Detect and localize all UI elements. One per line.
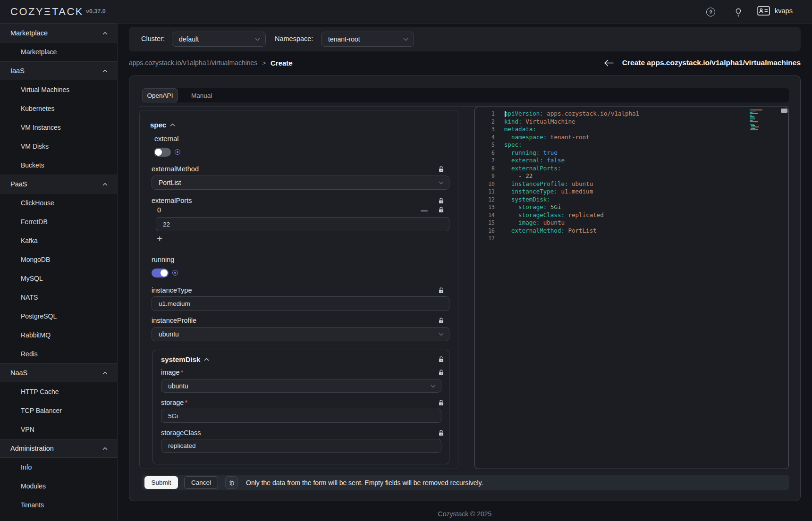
sidebar-item-redis[interactable]: Redis <box>0 345 117 363</box>
sidebar-item-tcp-balancer[interactable]: TCP Balancer <box>0 401 117 420</box>
unlock-icon[interactable] <box>438 198 444 204</box>
sidebar-section-naas[interactable]: NaaS <box>0 363 117 382</box>
sidebar-item-clickhouse[interactable]: ClickHouse <box>0 193 117 212</box>
sidebar-item-postgresql[interactable]: PostgreSQL <box>0 307 117 326</box>
required-asterisk: * <box>185 399 187 406</box>
sidebar-item-mongodb[interactable]: MongoDB <box>0 250 117 269</box>
code-line[interactable]: 17 <box>475 235 788 243</box>
instanceType-label: instanceType <box>152 286 438 294</box>
code-line[interactable]: 14 storageClass: replicated <box>475 211 788 219</box>
line-number: 11 <box>475 188 495 196</box>
externalMethod-select[interactable]: PortList <box>152 176 449 190</box>
sidebar-item-vpn[interactable]: VPN <box>0 420 117 439</box>
storage-input[interactable] <box>161 409 441 423</box>
line-number: 14 <box>475 211 495 219</box>
external-toggle[interactable] <box>154 148 171 157</box>
unlock-icon[interactable] <box>438 370 444 376</box>
unlock-icon[interactable] <box>438 166 444 172</box>
sidebar-item-modules[interactable]: Modules <box>0 477 117 496</box>
tab-manual[interactable]: Manual <box>186 88 218 102</box>
code-line[interactable]: 6 running: true <box>475 149 788 157</box>
unlock-icon[interactable] <box>438 318 444 324</box>
code-line[interactable]: 8 externalPorts: <box>475 165 788 173</box>
sidebar-item-kubernetes[interactable]: Kubernetes <box>0 99 117 118</box>
cluster-label: Cluster: <box>141 35 165 42</box>
id-card-icon <box>757 6 770 16</box>
code-line[interactable]: 7 external: false <box>475 157 788 165</box>
sidebar-item-rabbitmq[interactable]: RabbitMQ <box>0 326 117 345</box>
unlock-icon[interactable] <box>438 400 444 406</box>
minimap[interactable] <box>750 109 774 132</box>
sidebar-section-label: NaaS <box>10 369 102 377</box>
yaml-editor[interactable]: 1apiVersion: apps.cozystack.io/v1alpha12… <box>474 107 789 469</box>
user-menu[interactable]: kvaps <box>757 6 793 16</box>
sidebar-section-paas[interactable]: PaaS <box>0 175 117 193</box>
lightbulb-icon[interactable] <box>734 8 743 17</box>
code-line[interactable]: 15 image: ubuntu <box>475 219 788 227</box>
sidebar-item-virtual-machines[interactable]: Virtual Machines <box>0 80 117 99</box>
externalPorts-item-input[interactable] <box>156 217 449 231</box>
chevron-down-icon <box>403 38 408 41</box>
sidebar-item-kafka[interactable]: Kafka <box>0 231 117 250</box>
sidebar-item-vm-disks[interactable]: VM Disks <box>0 137 117 156</box>
breadcrumb-path-link[interactable]: apps.cozystack.io/v1alpha1/virtualmachin… <box>129 59 257 67</box>
code-line[interactable]: 1apiVersion: apps.cozystack.io/v1alpha1 <box>475 110 788 118</box>
unlock-icon[interactable] <box>438 356 444 362</box>
namespace-select[interactable]: tenant-root <box>321 32 414 47</box>
debug-button[interactable] <box>225 476 238 489</box>
running-toggle[interactable] <box>152 269 169 277</box>
instanceProfile-select[interactable]: ubuntu <box>152 327 449 341</box>
code-line[interactable]: 2kind: VirtualMachine <box>475 118 788 126</box>
spec-section-toggle[interactable]: spec <box>150 121 175 129</box>
default-indicator-icon[interactable] <box>175 149 180 155</box>
cluster-select-value: default <box>179 35 199 43</box>
default-indicator-icon[interactable] <box>172 270 178 276</box>
tab-openapi[interactable]: OpenAPI <box>142 88 178 102</box>
help-icon[interactable]: ? <box>706 8 715 17</box>
sidebar-section-iaas[interactable]: IaaS <box>0 61 117 80</box>
sidebar-item-mysql[interactable]: MySQL <box>0 269 117 288</box>
scrollbar-thumb[interactable] <box>781 109 787 113</box>
code-line[interactable]: 12 systemDisk: <box>475 196 788 204</box>
code-line[interactable]: 4 namespace: tenant-root <box>475 134 788 142</box>
unlock-icon[interactable] <box>438 430 444 436</box>
sidebar-item-vm-instances[interactable]: VM Instances <box>0 118 117 137</box>
unlock-icon[interactable] <box>438 287 444 294</box>
storageClass-input[interactable] <box>161 439 441 453</box>
line-number: 13 <box>475 203 495 211</box>
instanceType-input[interactable] <box>152 296 449 311</box>
sidebar-item-ferretdb[interactable]: FerretDB <box>0 212 117 231</box>
sidebar-section-marketplace[interactable]: Marketplace <box>0 24 117 42</box>
required-asterisk: * <box>181 369 184 376</box>
cluster-select[interactable]: default <box>172 32 266 47</box>
sidebar-section-administration[interactable]: Administration <box>0 439 117 458</box>
code-line[interactable]: 10 instanceProfile: ubuntu <box>475 180 788 188</box>
namespace-label: Namespace: <box>275 35 313 42</box>
externalMethod-label: externalMethod <box>152 165 438 173</box>
image-select[interactable]: ubuntu <box>161 379 441 393</box>
submit-button[interactable]: Submit <box>144 476 178 489</box>
sidebar-item-buckets[interactable]: Buckets <box>0 156 117 175</box>
back-arrow-icon[interactable] <box>604 59 614 67</box>
sidebar-item-http-cache[interactable]: HTTP Cache <box>0 382 117 401</box>
code-line[interactable]: 3metadata: <box>475 126 788 134</box>
remove-port-button[interactable] <box>421 207 428 215</box>
sidebar-item-tenants[interactable]: Tenants <box>0 496 117 514</box>
add-port-button[interactable]: + <box>157 234 162 244</box>
line-number: 5 <box>475 141 495 149</box>
code-line[interactable]: 11 instanceType: u1.medium <box>475 188 788 196</box>
code-line[interactable]: 16 externalMethod: PortList <box>475 227 788 235</box>
chevron-down-icon <box>439 181 444 185</box>
sidebar-item-nats[interactable]: NATS <box>0 288 117 307</box>
username: kvaps <box>775 7 793 15</box>
sidebar-item-marketplace[interactable]: Marketplace <box>0 42 117 61</box>
code-line[interactable]: 5spec: <box>475 141 788 149</box>
sidebar-item-info[interactable]: Info <box>0 458 117 477</box>
unlock-icon[interactable] <box>438 207 444 213</box>
cancel-button[interactable]: Cancel <box>184 476 218 489</box>
systemDisk-section-toggle[interactable]: systemDisk <box>161 355 438 363</box>
code-line[interactable]: 13 storage: 5Gi <box>475 203 788 211</box>
code-line[interactable]: 9 - 22 <box>475 172 788 180</box>
context-bar: Cluster: default Namespace: tenant-root <box>129 27 801 51</box>
breadcrumb: apps.cozystack.io/v1alpha1/virtualmachin… <box>129 57 293 69</box>
